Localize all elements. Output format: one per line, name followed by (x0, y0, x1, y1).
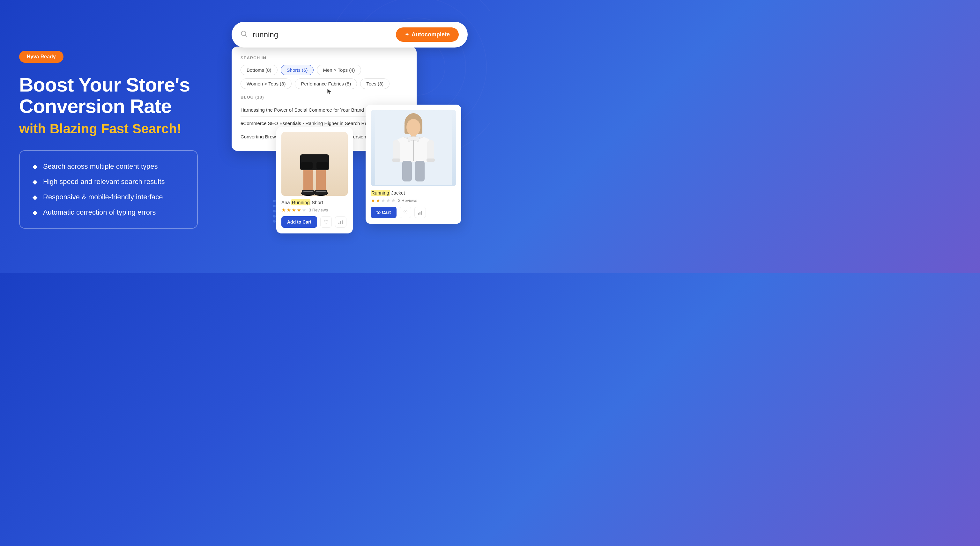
compare-btn-shorts[interactable] (335, 216, 347, 228)
product-actions-shorts: Add to Cart ♡ (282, 216, 348, 228)
product-card-jacket: Running Jacket ★ ★ ★ ★ ★ 2 Reviews to Ca… (366, 105, 461, 224)
svg-rect-12 (316, 191, 326, 192)
product-name-shorts: Ana Running Short (282, 200, 348, 205)
tag-women-tops[interactable]: Women > Tops (3) (240, 78, 291, 89)
blog-label: BLOG (13) (240, 95, 408, 100)
sparkle-icon: ✦ (405, 32, 409, 38)
right-panel: running ✦ Autocomplete SEARCH IN Bottoms… (216, 0, 490, 273)
diamond-icon-2: ◆ (33, 178, 37, 186)
diamond-icon-4: ◆ (33, 209, 37, 216)
svg-rect-15 (342, 221, 343, 224)
hyva-badge: Hyvä Ready (19, 51, 64, 63)
product-rating-shorts: ★ ★ ★ ★ ★ 3 Reviews (282, 207, 348, 213)
tag-bottoms[interactable]: Bottoms (8) (240, 65, 278, 75)
svg-rect-28 (418, 213, 419, 215)
search-query: running (253, 30, 396, 39)
product-image-shorts (282, 132, 348, 196)
search-bar[interactable]: running ✦ Autocomplete (232, 22, 468, 48)
svg-rect-29 (420, 212, 420, 215)
ui-mockup: running ✦ Autocomplete SEARCH IN Bottoms… (225, 19, 474, 254)
svg-rect-30 (421, 211, 422, 215)
svg-rect-24 (402, 161, 412, 181)
product-rating-jacket: ★ ★ ★ ★ ★ 2 Reviews (371, 197, 456, 203)
sub-heading: with Blazing Fast Search! (19, 122, 198, 136)
svg-rect-11 (303, 191, 313, 192)
svg-rect-2 (303, 167, 313, 193)
wishlist-btn-jacket[interactable]: ♡ (400, 207, 411, 218)
product-actions-jacket: to Cart ♡ (371, 207, 456, 218)
diamond-icon-3: ◆ (33, 193, 37, 201)
svg-rect-25 (415, 161, 425, 181)
svg-rect-22 (393, 140, 400, 161)
svg-rect-6 (317, 162, 328, 169)
wishlist-btn-shorts[interactable]: ♡ (320, 216, 332, 228)
add-to-cart-shorts[interactable]: Add to Cart (282, 216, 317, 228)
search-icon (240, 30, 248, 39)
feature-item-2: ◆ High speed and relevant search results (33, 178, 185, 186)
left-panel: Hyvä Ready Boost Your Store's Conversion… (0, 0, 217, 273)
tag-performance-fabrics[interactable]: Perfomance Fabrics (8) (295, 78, 357, 89)
svg-rect-3 (316, 167, 326, 193)
feature-item-4: ◆ Automatic correction of typing errors (33, 208, 185, 217)
search-in-label: SEARCH IN (240, 56, 408, 60)
tag-tees[interactable]: Tees (3) (360, 78, 390, 89)
svg-rect-14 (340, 221, 341, 224)
tag-men-tops[interactable]: Men > Tops (4) (317, 65, 361, 75)
feature-item-3: ◆ Responsive & mobile-friendly interface (33, 193, 185, 201)
main-heading: Boost Your Store's Conversion Rate (19, 74, 198, 117)
autocomplete-button[interactable]: ✦ Autocomplete (396, 27, 459, 42)
category-tags: Bottoms (8) Shorts (6) Men > Tops (4) Wo… (240, 65, 408, 89)
product-name-jacket: Running Jacket (371, 190, 456, 195)
product-image-jacket (371, 110, 456, 186)
compare-btn-jacket[interactable] (414, 207, 426, 218)
svg-rect-26 (392, 159, 400, 162)
svg-rect-5 (301, 162, 313, 169)
add-to-cart-jacket[interactable]: to Cart (371, 207, 396, 218)
svg-rect-23 (427, 140, 434, 161)
svg-rect-27 (426, 159, 435, 162)
product-card-shorts: Ana Running Short ★ ★ ★ ★ ★ 3 Reviews Ad… (276, 127, 353, 233)
svg-rect-13 (339, 222, 339, 224)
diamond-icon-1: ◆ (33, 163, 37, 170)
features-box: ◆ Search across multiple content types ◆… (19, 150, 198, 229)
svg-line-1 (245, 35, 247, 37)
tag-shorts[interactable]: Shorts (6) (281, 65, 314, 75)
svg-point-19 (406, 119, 420, 135)
feature-item-1: ◆ Search across multiple content types (33, 162, 185, 171)
